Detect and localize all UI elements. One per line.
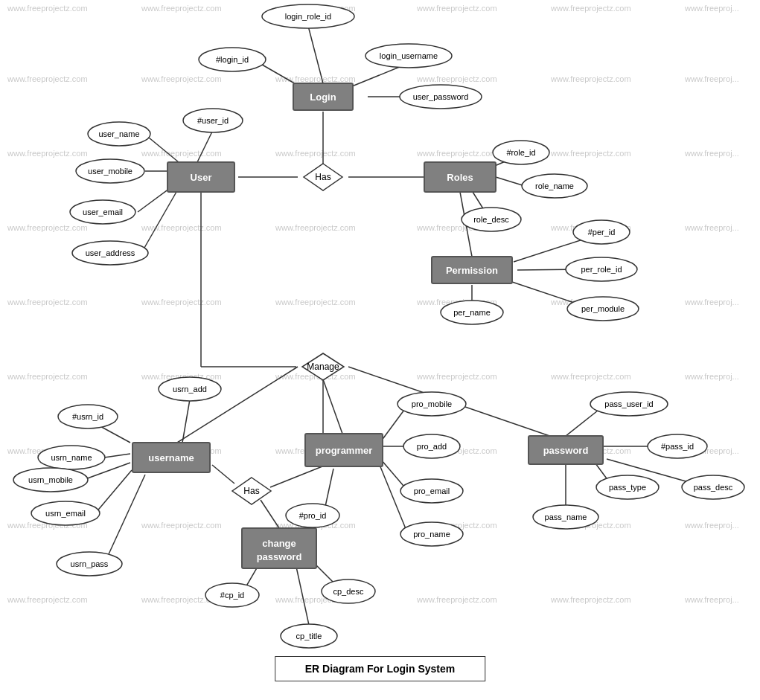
- watermark: www.freeprojectz.com: [141, 223, 222, 232]
- watermark: www.freeprojectz.com: [416, 372, 497, 381]
- connector-usrn-pass: [104, 475, 145, 564]
- watermark: www.freeprojectz.com: [7, 4, 88, 13]
- watermark: www.freeprojectz.com: [141, 149, 222, 158]
- attr-usrn-email-label: usrn_email: [45, 509, 86, 518]
- attr-pro-mobile-label: pro_mobile: [412, 399, 452, 408]
- attr-pass-name-label: pass_name: [545, 513, 587, 521]
- watermark: www.freeprojectz.com: [7, 298, 88, 306]
- entity-programmer-label: programmer: [316, 445, 373, 456]
- attr-role-id-label: #role_id: [506, 148, 535, 157]
- connector-manage-prog: [323, 379, 342, 434]
- connector-programmer-has2: [270, 465, 326, 487]
- attr-user-email-label: user_email: [83, 208, 123, 216]
- attr-user-mobile-label: user_mobile: [88, 167, 132, 176]
- connector-pass-user-id: [562, 408, 601, 439]
- watermark: www.freeprojectz.com: [550, 372, 631, 381]
- watermark: www.freeprojectz.com: [550, 4, 631, 13]
- attr-login-role-id-label: login_role_id: [285, 12, 331, 21]
- attr-login-id-label: #login_id: [216, 55, 249, 64]
- watermark: www.freeprojectz.com: [550, 595, 631, 604]
- watermark: www.freeproj...: [684, 521, 739, 530]
- relationship-manage-label: Manage: [307, 362, 339, 372]
- watermark: www.freeprojectz.com: [550, 74, 631, 83]
- attr-usrn-id-label: #usrn_id: [72, 412, 103, 421]
- attr-per-name-label: per_name: [453, 308, 491, 317]
- watermark: www.freeprojectz.com: [275, 149, 356, 158]
- entity-username-label: username: [148, 452, 194, 463]
- watermark: www.freeproj...: [684, 298, 739, 306]
- attr-role-name-label: role_name: [535, 182, 574, 190]
- watermark: www.freeproj...: [684, 595, 739, 604]
- connector-usrn-name: [104, 454, 130, 457]
- entity-password-label: password: [543, 445, 589, 456]
- watermark: www.freeproj...: [684, 372, 739, 381]
- watermark: www.freeproj...: [684, 74, 739, 83]
- relationship-has2-label: Has: [243, 486, 259, 496]
- watermark: www.freeprojectz.com: [416, 149, 497, 158]
- attr-usrn-add-label: usrn_add: [173, 385, 207, 394]
- attr-role-desc-label: role_desc: [473, 215, 509, 224]
- attr-per-role-id-label: per_role_id: [581, 265, 622, 274]
- attr-user-id-label: #user_id: [197, 116, 229, 125]
- watermark: www.freeprojectz.com: [7, 223, 88, 232]
- attr-cp-id-label: #cp_id: [220, 591, 244, 600]
- watermark: www.freeprojectz.com: [7, 595, 88, 604]
- attr-pass-user-id-label: pass_user_id: [604, 399, 653, 408]
- relationship-has1-label: Has: [315, 172, 330, 182]
- attr-pass-id-label: #pass_id: [661, 442, 694, 451]
- attr-cp-title-label: cp_title: [296, 632, 322, 640]
- watermark: www.freeprojectz.com: [7, 74, 88, 83]
- attr-usrn-pass-label: usrn_pass: [71, 559, 109, 568]
- attr-pro-email-label: pro_email: [414, 487, 450, 495]
- watermark: www.freeprojectz.com: [141, 4, 222, 13]
- watermark: www.freeproj...: [684, 223, 739, 232]
- watermark: www.freeprojectz.com: [141, 521, 222, 530]
- watermark: www.freeprojectz.com: [416, 4, 497, 13]
- watermark: www.freeprojectz.com: [275, 298, 356, 306]
- attr-pro-add-label: pro_add: [417, 442, 447, 451]
- watermark: www.freeprojectz.com: [7, 372, 88, 381]
- watermark: www.freeprojectz.com: [141, 74, 222, 83]
- attr-usrn-name-label: usrn_name: [51, 453, 92, 462]
- watermark: www.freeprojectz.com: [275, 223, 356, 232]
- watermark: www.freeprojectz.com: [416, 595, 497, 604]
- connector-has2-cp: [261, 500, 279, 528]
- attr-pass-desc-label: pass_desc: [694, 483, 733, 492]
- watermark: www.freeprojectz.com: [550, 149, 631, 158]
- entity-change-password-label1: change: [262, 538, 296, 549]
- entity-change-password-label2: password: [257, 551, 302, 562]
- diagram-title: ER Diagram For Login System: [275, 656, 485, 681]
- attr-per-id-label: #per_id: [588, 228, 616, 237]
- er-diagram: www.freeprojectz.com www.freeprojectz.co…: [0, 0, 760, 700]
- attr-per-module-label: per_module: [581, 304, 625, 313]
- watermark: www.freeprojectz.com: [7, 149, 88, 158]
- attr-pass-type-label: pass_type: [609, 483, 646, 492]
- connector-role-name: [496, 177, 525, 186]
- entity-user-label: User: [191, 172, 212, 183]
- entity-permission-label: Permission: [446, 265, 498, 276]
- entity-roles-label: Roles: [447, 172, 473, 183]
- attr-pro-id-label: #pro_id: [299, 511, 327, 520]
- attr-user-address-label: user_address: [86, 248, 135, 257]
- connector-user-address: [141, 192, 176, 253]
- attr-pro-name-label: pro_name: [413, 530, 450, 539]
- watermark: www.freeprojectz.com: [141, 298, 222, 306]
- watermark: www.freeproj...: [684, 4, 739, 13]
- connector-username-has2: [212, 465, 234, 484]
- watermark: www.freeproj...: [684, 149, 739, 158]
- connector-usrn-add: [182, 399, 190, 443]
- attr-user-name-label: user_name: [98, 129, 139, 138]
- connector-usrn-email: [95, 470, 132, 513]
- er-diagram-svg: www.freeprojectz.com www.freeprojectz.co…: [0, 0, 760, 700]
- attr-user-password-label: user_password: [413, 92, 469, 101]
- attr-login-username-label: login_username: [380, 51, 438, 60]
- connector-pro-mobile: [381, 407, 406, 441]
- entity-login-label: Login: [310, 91, 336, 103]
- watermark: www.freeprojectz.com: [416, 74, 497, 83]
- attr-usrn-mobile-label: usrn_mobile: [28, 475, 73, 484]
- attr-cp-desc-label: cp_desc: [333, 587, 364, 596]
